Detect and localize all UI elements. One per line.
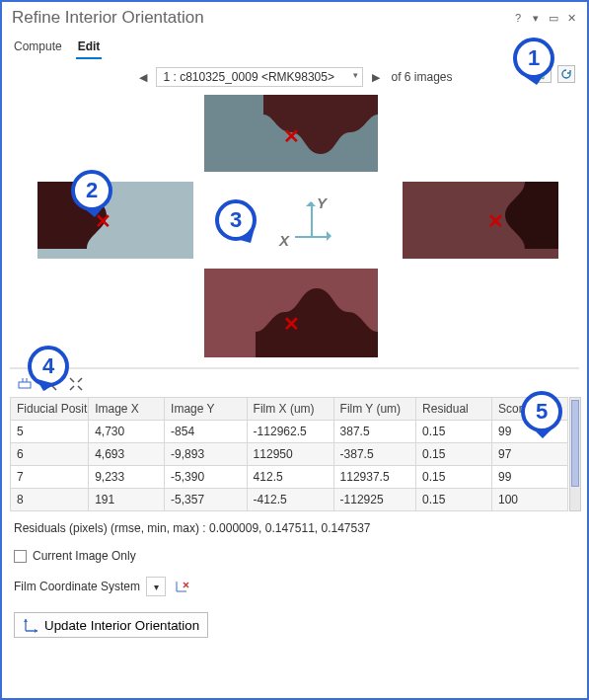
image-count: of 6 images <box>391 70 452 84</box>
col-residual[interactable]: Residual <box>416 398 492 421</box>
film-coord-row: Film Coordinate System ▾ <box>2 565 587 598</box>
callout-4: 4 <box>28 346 69 387</box>
table-scrollbar[interactable] <box>569 397 581 511</box>
image-pager: ◀ 1 : c810325_0009 <RMK98305> ▶ of 6 ima… <box>2 59 587 91</box>
current-image-only-label: Current Image Only <box>33 549 136 563</box>
help-button[interactable]: ? <box>510 10 526 26</box>
table-header-row: Fiducial Position Image X Image Y Film X… <box>11 398 568 421</box>
tabs: Compute Edit <box>2 32 587 59</box>
tab-compute[interactable]: Compute <box>12 36 64 59</box>
update-axes-icon <box>23 617 38 633</box>
fiducial-right[interactable]: ✕ <box>403 182 558 259</box>
film-coord-label: Film Coordinate System <box>14 580 140 593</box>
fiducial-area: ✕ ✕ Y X ✕ ✕ <box>10 95 579 369</box>
callout-5: 5 <box>521 391 562 432</box>
fiducial-table-wrap: Fiducial Position Image X Image Y Film X… <box>10 397 581 511</box>
update-interior-orientation-button[interactable]: Update Interior Orientation <box>14 612 208 638</box>
current-image-only-row: Current Image Only <box>2 539 587 565</box>
table-row[interactable]: 8191-5,357-412.5-1129250.15100 <box>11 489 568 511</box>
cross-icon: ✕ <box>487 209 504 233</box>
cross-icon: ✕ <box>283 312 300 336</box>
refresh-icon[interactable] <box>557 65 575 83</box>
col-image-x[interactable]: Image X <box>89 398 165 421</box>
window-title: Refine Interior Orientation <box>12 8 508 28</box>
axis-y-label: Y <box>317 194 327 211</box>
callout-3: 3 <box>215 199 257 241</box>
fiducial-left[interactable]: ✕ <box>37 182 193 259</box>
callout-4-num: 4 <box>42 353 54 379</box>
expand-icon[interactable] <box>67 375 85 393</box>
axis-x-label: X <box>279 232 289 249</box>
col-image-y[interactable]: Image Y <box>165 398 248 421</box>
col-film-x[interactable]: Film X (um) <box>247 398 333 421</box>
table-toolbar <box>2 369 587 397</box>
tab-edit[interactable]: Edit <box>76 36 103 59</box>
film-coord-dropdown[interactable]: ▾ <box>146 577 166 596</box>
scrollbar-thumb[interactable] <box>571 400 579 487</box>
current-image-only-checkbox[interactable] <box>14 550 27 563</box>
prev-image-button[interactable]: ◀ <box>136 71 150 84</box>
fiducial-table: Fiducial Position Image X Image Y Film X… <box>10 397 568 511</box>
callout-2-num: 2 <box>86 178 98 203</box>
dock-button[interactable]: ▭ <box>546 10 561 26</box>
image-combo[interactable]: 1 : c810325_0009 <RMK98305> <box>156 67 363 87</box>
close-button[interactable]: ✕ <box>563 10 579 26</box>
fiducial-top[interactable]: ✕ <box>204 95 378 172</box>
next-image-button[interactable]: ▶ <box>369 71 383 84</box>
panel-root: 1 2 3 4 5 Refine Interior Orientation ? … <box>2 2 587 698</box>
callout-5-num: 5 <box>536 399 548 425</box>
titlebar: Refine Interior Orientation ? ▾ ▭ ✕ <box>2 2 587 32</box>
cross-icon: ✕ <box>283 124 300 148</box>
table-row[interactable]: 79,233-5,390412.5112937.50.1599 <box>11 466 568 489</box>
fiducial-bottom[interactable]: ✕ <box>204 269 378 357</box>
residuals-summary: Residuals (pixels) (rmse, min, max) : 0.… <box>2 511 587 539</box>
callout-1-num: 1 <box>528 45 540 71</box>
update-button-label: Update Interior Orientation <box>44 618 199 633</box>
callout-1: 1 <box>513 38 554 79</box>
callout-3-num: 3 <box>230 207 242 233</box>
clear-film-cs-icon[interactable] <box>172 577 191 596</box>
image-combo-text: 1 : c810325_0009 <RMK98305> <box>163 70 333 84</box>
dropdown-button[interactable]: ▾ <box>528 10 544 26</box>
table-row[interactable]: 54,730-854-112962.5387.50.1599 <box>11 421 568 443</box>
col-film-y[interactable]: Film Y (um) <box>333 398 416 421</box>
table-row[interactable]: 64,693-9,893112950-387.50.1597 <box>11 443 568 466</box>
callout-2: 2 <box>71 170 112 211</box>
